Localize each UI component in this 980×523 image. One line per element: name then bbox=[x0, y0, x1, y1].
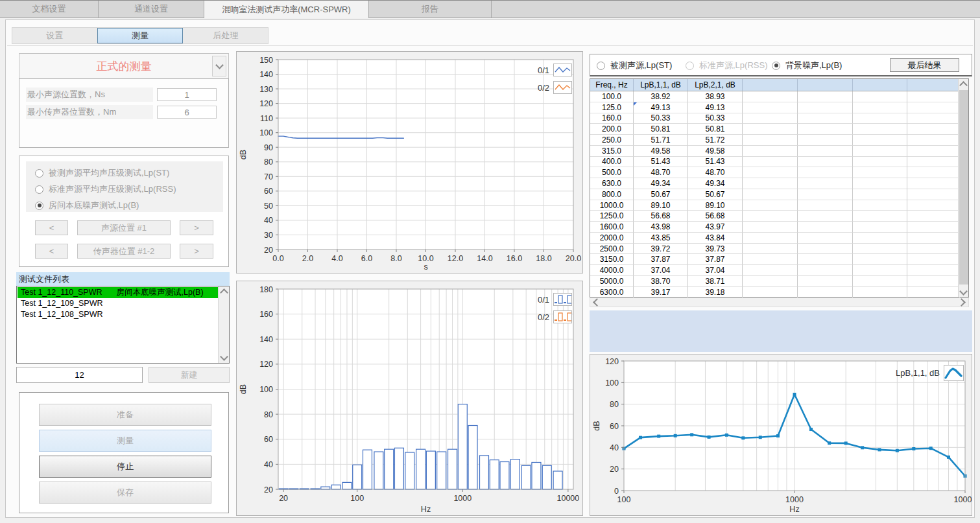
table-cell[interactable]: 5000.0 bbox=[590, 276, 634, 287]
table-cell[interactable] bbox=[907, 211, 960, 222]
table-cell[interactable] bbox=[743, 146, 798, 157]
table-cell[interactable]: 51.71 bbox=[634, 135, 688, 146]
table-cell[interactable] bbox=[743, 102, 798, 113]
table-cell[interactable] bbox=[907, 167, 960, 178]
table-cell[interactable] bbox=[743, 113, 798, 124]
table-cell[interactable]: 400.0 bbox=[590, 157, 634, 168]
table-cell[interactable] bbox=[853, 102, 907, 113]
measurement-mode-dropdown[interactable]: 正式的测量 bbox=[19, 53, 229, 79]
table-cell[interactable] bbox=[743, 211, 798, 222]
table-cell[interactable] bbox=[907, 146, 960, 157]
table-cell[interactable] bbox=[907, 287, 960, 298]
table-cell[interactable]: 43.84 bbox=[688, 233, 743, 244]
table-cell[interactable]: 100.0 bbox=[590, 91, 634, 102]
table-cell[interactable]: 37.87 bbox=[688, 254, 743, 265]
table-cell[interactable] bbox=[743, 167, 798, 178]
dropdown-button[interactable] bbox=[212, 56, 226, 76]
table-cell[interactable] bbox=[853, 287, 907, 298]
table-cell[interactable] bbox=[907, 157, 960, 168]
result-radio-lp-b[interactable]: 背景噪声,Lp(B) bbox=[772, 61, 842, 70]
table-cell[interactable] bbox=[907, 189, 960, 200]
table-cell[interactable]: 2000.0 bbox=[590, 233, 634, 244]
table-cell[interactable]: 49.58 bbox=[688, 146, 743, 157]
table-hscrollbar[interactable] bbox=[590, 297, 969, 307]
table-cell[interactable] bbox=[853, 265, 907, 276]
table-cell[interactable] bbox=[907, 178, 960, 189]
table-cell[interactable] bbox=[798, 157, 853, 168]
table-cell[interactable] bbox=[853, 254, 907, 265]
tab-document-settings[interactable]: 文档设置 bbox=[0, 1, 99, 17]
table-cell[interactable] bbox=[853, 113, 907, 124]
table-cell[interactable] bbox=[907, 222, 960, 233]
table-cell[interactable] bbox=[743, 178, 798, 189]
table-cell[interactable] bbox=[907, 265, 960, 276]
table-cell[interactable]: 39.73 bbox=[688, 244, 743, 255]
table-cell[interactable]: 200.0 bbox=[590, 124, 634, 135]
table-cell[interactable]: 49.34 bbox=[688, 178, 743, 189]
table-cell[interactable]: 48.70 bbox=[634, 167, 688, 178]
table-cell[interactable]: 56.68 bbox=[634, 211, 688, 222]
result-radio-lp-st[interactable]: 被测声源,Lp(ST) bbox=[597, 61, 672, 70]
table-cell[interactable]: 250.0 bbox=[590, 135, 634, 146]
table-cell[interactable] bbox=[853, 276, 907, 287]
file-list-scrollbar[interactable] bbox=[218, 286, 229, 363]
scroll-right-icon[interactable] bbox=[957, 298, 967, 307]
scroll-up-icon[interactable] bbox=[219, 286, 229, 297]
table-cell[interactable]: 89.10 bbox=[688, 200, 743, 211]
table-cell[interactable]: 43.85 bbox=[634, 233, 688, 244]
stop-button[interactable]: 停止 bbox=[39, 456, 211, 478]
table-cell[interactable]: 38.70 bbox=[634, 276, 688, 287]
table-cell[interactable] bbox=[798, 178, 853, 189]
table-cell[interactable] bbox=[798, 287, 853, 298]
table-cell[interactable] bbox=[853, 124, 907, 135]
table-cell[interactable] bbox=[853, 91, 907, 102]
table-cell[interactable] bbox=[798, 200, 853, 211]
table-cell[interactable] bbox=[798, 124, 853, 135]
table-cell[interactable] bbox=[853, 200, 907, 211]
final-result-button[interactable]: 最后结果 bbox=[890, 58, 959, 72]
table-cell[interactable] bbox=[743, 91, 798, 102]
table-cell[interactable]: 51.43 bbox=[634, 157, 688, 168]
table-cell[interactable]: 315.0 bbox=[590, 146, 634, 157]
table-cell[interactable] bbox=[907, 200, 960, 211]
table-cell[interactable]: 51.72 bbox=[688, 135, 743, 146]
table-cell[interactable]: 160.0 bbox=[590, 113, 634, 124]
table-cell[interactable] bbox=[907, 91, 960, 102]
table-cell[interactable]: 50.81 bbox=[634, 124, 688, 135]
result-table[interactable]: Freq., HzLpB,1,1, dBLpB,2,1, dB100.038.9… bbox=[590, 78, 969, 297]
table-cell[interactable] bbox=[907, 233, 960, 244]
scroll-down-icon[interactable] bbox=[219, 353, 229, 363]
table-cell[interactable]: 1600.0 bbox=[590, 222, 634, 233]
table-cell[interactable] bbox=[853, 222, 907, 233]
table-cell[interactable]: 1250.0 bbox=[590, 211, 634, 222]
table-cell[interactable] bbox=[798, 167, 853, 178]
table-cell[interactable]: 4000.0 bbox=[590, 265, 634, 276]
table-cell[interactable] bbox=[743, 233, 798, 244]
table-cell[interactable]: 38.93 bbox=[688, 91, 743, 102]
radio-selected-icon[interactable] bbox=[772, 62, 780, 70]
table-cell[interactable]: 50.81 bbox=[688, 124, 743, 135]
table-cell[interactable] bbox=[853, 211, 907, 222]
scroll-left-icon[interactable] bbox=[592, 298, 601, 307]
table-cell[interactable] bbox=[853, 233, 907, 244]
table-cell[interactable] bbox=[743, 135, 798, 146]
table-cell[interactable] bbox=[743, 254, 798, 265]
table-cell[interactable] bbox=[798, 254, 853, 265]
table-cell[interactable] bbox=[743, 200, 798, 211]
table-cell[interactable] bbox=[907, 102, 960, 113]
table-cell[interactable] bbox=[853, 167, 907, 178]
table-cell[interactable]: 500.0 bbox=[590, 167, 634, 178]
table-cell[interactable] bbox=[798, 146, 853, 157]
table-cell[interactable] bbox=[798, 113, 853, 124]
table-cell[interactable] bbox=[853, 178, 907, 189]
table-cell[interactable]: 39.18 bbox=[688, 287, 743, 298]
file-count-box[interactable]: 12 bbox=[16, 367, 143, 383]
table-cell[interactable] bbox=[907, 254, 960, 265]
file-list-item[interactable]: Test 1_12_110_SPWR房间本底噪声测试,Lp(B) bbox=[18, 287, 218, 298]
table-cell[interactable]: 39.17 bbox=[634, 287, 688, 298]
table-cell[interactable]: 43.97 bbox=[688, 222, 743, 233]
table-cell[interactable]: 51.43 bbox=[688, 157, 743, 168]
table-cell[interactable]: 50.33 bbox=[634, 113, 688, 124]
table-cell[interactable]: 56.68 bbox=[688, 211, 743, 222]
table-cell[interactable] bbox=[853, 146, 907, 157]
